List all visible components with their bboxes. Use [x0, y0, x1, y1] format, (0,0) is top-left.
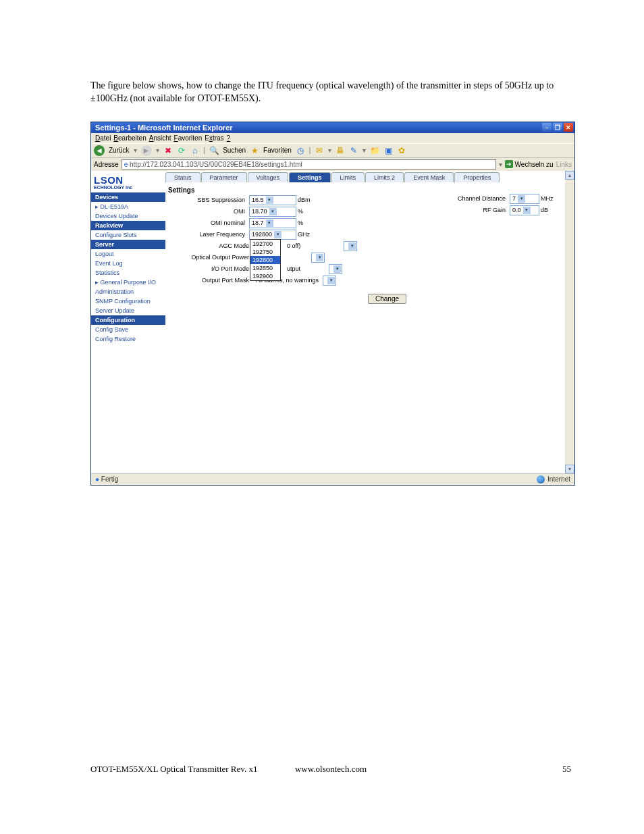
- label-output-port-mask: Output Port Mask: [173, 277, 253, 284]
- sidebar-item-config-restore[interactable]: Config Restore: [91, 334, 165, 344]
- favorites-label[interactable]: Favoriten: [263, 147, 292, 154]
- brand-logo: LSON ECHNOLOGY inc: [91, 172, 165, 192]
- back-label[interactable]: Zurück: [109, 147, 130, 154]
- menu-bar: DDateiatei Bearbeiten Ansicht Favoriten …: [91, 133, 574, 143]
- sidebar-item-event-log[interactable]: Event Log: [91, 259, 165, 268]
- dropdown-option[interactable]: 192750: [250, 248, 280, 256]
- sidebar-section-configuration: Configuration: [91, 315, 165, 325]
- sidebar-item-gpio[interactable]: General Purpose I/O: [91, 278, 165, 287]
- minimize-button[interactable]: –: [542, 123, 552, 132]
- label-optical-output-power: Optical Output Power: [173, 254, 253, 261]
- toolbar: ◄ Zurück ▾ ► ▾ ✖ ⟳ ⌂ | 🔍 Suchen ★ Favori…: [91, 143, 574, 158]
- search-label[interactable]: Suchen: [223, 147, 246, 154]
- maximize-button[interactable]: ❐: [553, 123, 562, 132]
- unit-rf-gain: dB: [539, 207, 560, 213]
- chevron-down-icon: ▾: [316, 254, 323, 261]
- select-rf-gain[interactable]: 0.0▾: [510, 205, 539, 215]
- scroll-down-icon[interactable]: ▾: [565, 465, 574, 473]
- refresh-icon[interactable]: ⟳: [177, 146, 186, 155]
- address-dropdown-icon[interactable]: ▾: [499, 161, 502, 168]
- select-channel-distance[interactable]: 7▾: [510, 194, 539, 204]
- search-icon[interactable]: 🔍: [209, 146, 219, 155]
- tab-voltages[interactable]: Voltages: [248, 172, 289, 182]
- stop-icon[interactable]: ✖: [163, 146, 173, 155]
- select-omi[interactable]: 18.70▾: [249, 207, 296, 217]
- menu-edit[interactable]: Bearbeiten: [113, 134, 146, 142]
- tab-properties[interactable]: Properties: [454, 172, 500, 182]
- sidebar-item-snmp[interactable]: SNMP Configuration: [91, 296, 165, 306]
- address-input[interactable]: e http://172.023.041.103/US/00C029EB4E18…: [122, 159, 496, 170]
- agc-mode-value-fragment: 0 off): [287, 242, 300, 249]
- tab-event-mask[interactable]: Event Mask: [404, 172, 454, 182]
- main-panel: Status Parameter Voltages Settings Limit…: [165, 171, 565, 473]
- tool-a-icon[interactable]: ▣: [383, 146, 393, 155]
- sidebar-item-configure-slots[interactable]: Configure Slots: [91, 230, 165, 240]
- status-right-text: Internet: [547, 475, 570, 483]
- label-rf-gain: RF Gain: [448, 207, 510, 213]
- sidebar-item-administration[interactable]: Administration: [91, 287, 165, 296]
- tab-limits[interactable]: Limits: [331, 172, 365, 182]
- go-button[interactable]: ➜ Wechseln zu: [505, 160, 554, 168]
- sidebar-item-config-save[interactable]: Config Save: [91, 325, 165, 334]
- footer-center: www.olsontech.com: [295, 764, 367, 775]
- select-laser-freq[interactable]: 192800▾ 192700 192750 192800 192850 1929…: [249, 230, 296, 240]
- sidebar-item-server-update[interactable]: Server Update: [91, 306, 165, 315]
- select-sbs[interactable]: 16.5▾: [249, 195, 296, 205]
- tab-status[interactable]: Status: [165, 172, 200, 182]
- tool-b-icon[interactable]: ✿: [397, 146, 406, 155]
- links-label: Links: [556, 161, 572, 168]
- sidebar-item-statistics[interactable]: Statistics: [91, 268, 165, 278]
- sidebar-item-active-device[interactable]: DL-E519A: [91, 202, 165, 211]
- menu-tools[interactable]: Extras: [205, 134, 223, 142]
- menu-help[interactable]: ?: [227, 134, 231, 142]
- menu-file[interactable]: DDateiatei: [95, 134, 111, 142]
- browser-window: Settings-1 - Microsoft Internet Explorer…: [90, 122, 575, 486]
- go-arrow-icon: ➜: [505, 160, 513, 168]
- edit-icon[interactable]: ✎: [349, 146, 358, 155]
- mail-icon[interactable]: ✉: [315, 146, 324, 155]
- sidebar-item-devices-update[interactable]: Devices Update: [91, 211, 165, 221]
- label-io-port-mode: I/O Port Mode: [173, 265, 253, 272]
- history-icon[interactable]: ◷: [296, 146, 305, 155]
- forward-icon: ►: [141, 145, 152, 156]
- unit-sbs: dBm: [296, 197, 323, 203]
- back-icon[interactable]: ◄: [94, 145, 105, 156]
- ie-page-icon: e: [124, 161, 128, 168]
- change-button[interactable]: Change: [368, 294, 406, 304]
- select-optical-output-power[interactable]: ▾: [311, 253, 325, 263]
- label-laser-freq: Laser Frequency: [173, 231, 249, 238]
- favorites-star-icon[interactable]: ★: [250, 146, 259, 155]
- select-output-port-mask[interactable]: ▾: [323, 276, 336, 286]
- dropdown-option[interactable]: 192700: [250, 240, 280, 248]
- label-sbs: SBS Suppression: [173, 197, 249, 203]
- status-bar: ● Fertig Internet: [91, 473, 574, 485]
- footer-left: OTOT-EM55X/XL Optical Transmitter Rev. x…: [90, 764, 257, 775]
- tab-limits2[interactable]: Limits 2: [365, 172, 404, 182]
- print-icon[interactable]: 🖶: [336, 146, 345, 155]
- home-icon[interactable]: ⌂: [190, 146, 200, 155]
- dropdown-option[interactable]: 192850: [250, 264, 280, 272]
- tab-settings[interactable]: Settings: [289, 172, 331, 182]
- dropdown-option[interactable]: 192900: [250, 272, 280, 280]
- chevron-down-icon: ▾: [269, 208, 277, 215]
- scroll-up-icon[interactable]: ▴: [565, 171, 574, 180]
- title-bar: Settings-1 - Microsoft Internet Explorer…: [91, 122, 574, 133]
- unit-omi: %: [296, 208, 323, 215]
- chevron-down-icon: ▾: [327, 277, 335, 284]
- back-dropdown-icon[interactable]: ▾: [134, 147, 137, 154]
- tab-parameter[interactable]: Parameter: [201, 172, 247, 182]
- internet-zone-icon: [537, 475, 545, 484]
- chevron-down-icon: ▾: [348, 242, 356, 250]
- close-button[interactable]: ✕: [564, 123, 573, 132]
- folder-icon[interactable]: 📁: [370, 146, 379, 155]
- sidebar-item-logout[interactable]: Logout: [91, 249, 165, 259]
- dropdown-option[interactable]: 192800: [250, 256, 280, 264]
- select-agc-mode[interactable]: ▾: [344, 241, 357, 251]
- select-omi-nominal[interactable]: 18.7▾: [249, 218, 296, 228]
- unit-omi-nominal: %: [296, 219, 323, 226]
- menu-view[interactable]: Ansicht: [149, 134, 171, 142]
- select-io-port-mode[interactable]: ▾: [329, 264, 342, 274]
- intro-paragraph: The figure below shows, how to change th…: [90, 80, 571, 105]
- sidebar-section-rackview[interactable]: Rackview: [91, 221, 165, 230]
- menu-favorites[interactable]: Favoriten: [174, 134, 203, 142]
